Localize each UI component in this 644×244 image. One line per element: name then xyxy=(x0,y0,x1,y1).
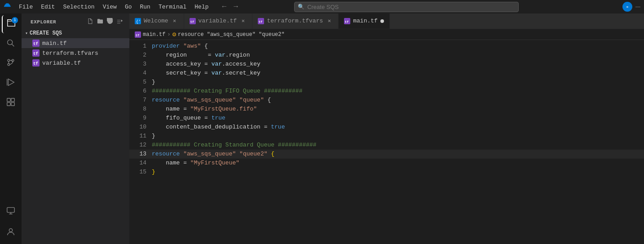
tab-welcome-label: Welcome xyxy=(144,18,168,24)
menu-view[interactable]: View xyxy=(99,3,120,11)
breadcrumb-resource[interactable]: resource "aws_sqs_queue" "queue2" xyxy=(178,31,285,38)
tab-welcome[interactable]: {'>'} Welcome ✕ xyxy=(129,13,184,29)
svg-rect-11 xyxy=(11,98,14,102)
code-line-4: 4 secret_key = var.secret_key xyxy=(129,69,644,78)
sidebar-file-tfvars[interactable]: tf terraform.tfvars xyxy=(22,48,129,58)
code-line-1: 1 provider "aws" { xyxy=(129,42,644,51)
extensions-icon xyxy=(6,97,16,110)
menu-edit[interactable]: Edit xyxy=(37,3,58,11)
line-number-2: 2 xyxy=(129,51,152,60)
activity-remote[interactable] xyxy=(2,203,20,221)
svg-text:tf: tf xyxy=(259,20,262,23)
tab-tfvars-label: terraform.tfvars xyxy=(267,18,323,24)
line-number-10: 10 xyxy=(129,123,152,132)
accounts-icon xyxy=(6,227,16,240)
tab-tfvars[interactable]: tf terraform.tfvars ✕ xyxy=(252,13,339,29)
menu-terminal[interactable]: Terminal xyxy=(155,3,190,11)
tabs-bar: {'>'} Welcome ✕ tf variable.tf ✕ tf terr… xyxy=(129,13,644,29)
menu-selection[interactable]: Selection xyxy=(59,3,98,11)
code-line-5: 5 } xyxy=(129,78,644,87)
svg-marker-8 xyxy=(9,79,14,86)
code-line-12: 12 ########### Creating Standard Queue #… xyxy=(129,141,644,150)
nav-forward-button[interactable]: → xyxy=(231,2,241,12)
sidebar-header-actions xyxy=(86,17,124,27)
activity-explorer[interactable]: 1 xyxy=(2,15,20,33)
tab-variable-close[interactable]: ✕ xyxy=(239,18,247,25)
line-content-4: secret_key = var.secret_key xyxy=(152,69,644,78)
sidebar: EXPLORER ▾ CREATE SQS xyxy=(22,13,129,244)
remote-indicator: ⸻ xyxy=(635,4,640,10)
svg-rect-10 xyxy=(7,98,10,102)
code-line-6: 6 ########### Creating FIFO Queue ######… xyxy=(129,87,644,96)
refresh-button[interactable] xyxy=(106,17,114,27)
tab-tfvars-close[interactable]: ✕ xyxy=(326,18,333,25)
svg-point-6 xyxy=(8,63,10,66)
file-name-tfvars: terraform.tfvars xyxy=(42,50,98,57)
tab-main-label: main.tf xyxy=(353,18,378,24)
tf-file-icon-2: tf xyxy=(32,49,40,57)
account-icon[interactable]: ≡ xyxy=(622,2,632,12)
new-folder-button[interactable] xyxy=(96,17,104,27)
svg-point-2 xyxy=(8,40,13,44)
sidebar-file-variable[interactable]: tf variable.tf xyxy=(22,58,129,68)
activity-search[interactable] xyxy=(2,35,20,53)
sidebar-title: EXPLORER xyxy=(31,19,56,25)
main-layout: 1 xyxy=(0,13,644,244)
tf-file-icon-3: tf xyxy=(32,59,40,67)
code-line-3: 3 access_key = var.access_key xyxy=(129,60,644,69)
line-number-5: 5 xyxy=(129,78,152,87)
code-line-15: 15 } xyxy=(129,168,644,177)
line-content-1: provider "aws" { xyxy=(152,42,644,51)
activity-extensions[interactable] xyxy=(2,94,20,112)
menu-run[interactable]: Run xyxy=(136,3,154,11)
search-input[interactable] xyxy=(294,2,519,12)
line-content-15: } xyxy=(152,168,644,177)
line-number-15: 15 xyxy=(129,168,152,177)
svg-text:tf: tf xyxy=(33,52,38,56)
nav-back-button[interactable]: ← xyxy=(220,2,229,12)
new-file-button[interactable] xyxy=(86,17,94,27)
line-number-4: 4 xyxy=(129,69,152,78)
line-content-13: resource "aws_sqs_queue" "queue2" { xyxy=(152,150,644,159)
explorer-badge: 1 xyxy=(12,17,18,23)
line-number-14: 14 xyxy=(129,159,152,168)
code-line-8: 8 name = "MyFirstQueue.fifo" xyxy=(129,105,644,114)
svg-text:tf: tf xyxy=(190,20,194,23)
sidebar-section[interactable]: ▾ CREATE SQS xyxy=(22,28,129,38)
line-number-8: 8 xyxy=(129,105,152,114)
line-number-9: 9 xyxy=(129,114,152,123)
source-control-icon xyxy=(6,58,16,70)
chevron-down-icon: ▾ xyxy=(25,31,28,36)
collapse-all-button[interactable] xyxy=(116,17,124,27)
line-number-3: 3 xyxy=(129,60,152,69)
breadcrumb-file[interactable]: main.tf xyxy=(143,31,165,38)
tab-welcome-close[interactable]: ✕ xyxy=(171,18,178,25)
tab-variable[interactable]: tf variable.tf ✕ xyxy=(184,13,253,29)
tab-main[interactable]: tf main.tf xyxy=(339,13,390,29)
unsaved-indicator xyxy=(380,19,384,23)
sidebar-header: EXPLORER xyxy=(22,13,129,28)
sidebar-file-main[interactable]: tf main.tf xyxy=(22,38,129,48)
line-content-14: name = "MyFirstQueue" xyxy=(152,159,644,168)
line-number-6: 6 xyxy=(129,87,152,96)
svg-text:tf: tf xyxy=(345,20,348,23)
activity-accounts[interactable] xyxy=(2,224,20,242)
line-content-2: region = var.region xyxy=(152,51,644,60)
activity-run[interactable] xyxy=(2,75,20,93)
tab-variable-label: variable.tf xyxy=(198,18,237,24)
menu-file[interactable]: File xyxy=(15,3,36,11)
search-icon: 🔍 xyxy=(298,4,304,10)
code-editor[interactable]: 1 provider "aws" { 2 region = var.region… xyxy=(129,40,644,244)
activity-source-control[interactable] xyxy=(2,55,20,73)
svg-text:tf: tf xyxy=(33,62,38,66)
vscode-logo-icon: ⯊ xyxy=(4,2,12,12)
line-content-8: name = "MyFirstQueue.fifo" xyxy=(152,105,644,114)
line-number-11: 11 xyxy=(129,132,152,141)
line-number-7: 7 xyxy=(129,96,152,105)
menu-help[interactable]: Help xyxy=(191,3,212,11)
menu-go[interactable]: Go xyxy=(121,3,136,11)
code-line-9: 9 fifo_queue = true xyxy=(129,114,644,123)
code-line-14: 14 name = "MyFirstQueue" xyxy=(129,159,644,168)
breadcrumb-resource-icon: ⚙ xyxy=(172,31,176,38)
section-label: CREATE SQS xyxy=(30,30,62,36)
